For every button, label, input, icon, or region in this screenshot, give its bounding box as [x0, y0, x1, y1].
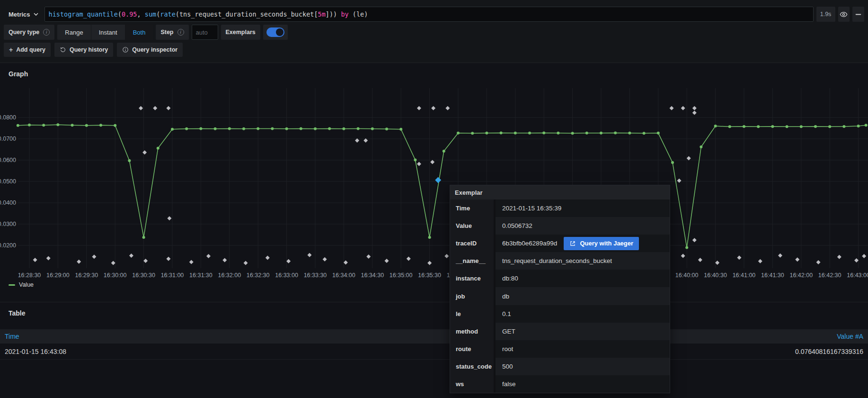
exemplar-marker[interactable] — [795, 257, 799, 262]
series-point[interactable] — [300, 127, 302, 130]
series-point[interactable] — [71, 124, 74, 127]
exemplar-marker[interactable] — [715, 261, 719, 265]
exemplar-marker[interactable] — [244, 261, 248, 265]
series-point[interactable] — [199, 127, 202, 130]
exemplar-marker[interactable] — [206, 254, 211, 258]
add-query-button[interactable]: + Add query — [4, 43, 51, 57]
exemplar-marker[interactable] — [266, 256, 270, 260]
exemplar-marker[interactable] — [427, 261, 432, 265]
series-point[interactable] — [42, 124, 45, 127]
exemplar-marker[interactable] — [46, 256, 51, 261]
series-point[interactable] — [342, 127, 345, 130]
info-icon[interactable]: i — [177, 29, 184, 36]
datasource-picker-button[interactable]: Metrics — [4, 7, 44, 22]
series-point[interactable] — [514, 132, 517, 135]
series-point[interactable] — [28, 124, 31, 127]
step-input[interactable] — [192, 25, 218, 40]
series-point[interactable] — [471, 132, 474, 135]
series-point[interactable] — [56, 123, 59, 126]
series-point[interactable] — [786, 125, 788, 128]
collapse-query-button[interactable] — [852, 7, 864, 22]
exemplar-marker[interactable] — [307, 253, 311, 257]
exemplar-marker[interactable] — [854, 258, 859, 262]
exemplar-marker[interactable] — [837, 255, 841, 259]
exemplar-marker[interactable] — [143, 259, 148, 263]
series-point[interactable] — [457, 132, 460, 135]
series-point[interactable] — [185, 127, 188, 130]
series-point[interactable] — [614, 131, 617, 134]
series-point[interactable] — [242, 127, 245, 130]
series-point[interactable] — [671, 161, 674, 164]
series-point[interactable] — [399, 128, 402, 131]
exemplar-marker[interactable] — [77, 260, 81, 264]
series-point[interactable] — [128, 159, 131, 162]
exemplar-marker[interactable] — [681, 106, 685, 110]
series-point[interactable] — [700, 145, 702, 148]
query-inspector-button[interactable]: Query inspector — [117, 43, 183, 57]
exemplar-marker[interactable] — [687, 156, 691, 160]
preview-query-button[interactable] — [838, 7, 850, 22]
series-point[interactable] — [228, 127, 231, 130]
series-point[interactable] — [628, 132, 631, 135]
series-point[interactable] — [800, 125, 803, 128]
exemplar-marker[interactable] — [111, 261, 115, 265]
series-point[interactable] — [728, 125, 731, 128]
exemplar-marker[interactable] — [430, 160, 434, 164]
exemplar-marker[interactable] — [286, 259, 291, 263]
exemplar-marker[interactable] — [677, 179, 682, 183]
series-point[interactable] — [485, 132, 488, 135]
exemplar-marker[interactable] — [153, 106, 157, 110]
series-point[interactable] — [85, 124, 88, 127]
series-point[interactable] — [842, 125, 845, 128]
exemplar-marker[interactable] — [444, 254, 449, 258]
exemplar-marker[interactable] — [669, 106, 673, 110]
series-point[interactable] — [142, 236, 145, 239]
query-type-option-both[interactable]: Both — [125, 25, 153, 40]
exemplar-marker[interactable] — [166, 257, 170, 261]
exemplar-marker[interactable] — [166, 106, 170, 110]
exemplar-marker[interactable] — [758, 259, 762, 263]
exemplar-marker[interactable] — [445, 106, 450, 110]
series-point[interactable] — [557, 132, 559, 135]
query-history-button[interactable]: Query history — [54, 43, 113, 57]
exemplar-marker[interactable] — [737, 255, 741, 260]
series-point[interactable] — [571, 132, 574, 135]
query-type-option-range[interactable]: Range — [57, 25, 91, 40]
exemplar-marker[interactable] — [167, 216, 171, 220]
series-point[interactable] — [585, 132, 588, 135]
exemplar-marker[interactable] — [417, 162, 421, 166]
series-point[interactable] — [743, 125, 745, 128]
series-point[interactable] — [99, 124, 102, 127]
exemplar-marker[interactable] — [33, 258, 37, 262]
exemplar-marker[interactable] — [344, 261, 348, 265]
promql-query-input[interactable]: histogram_quantile(0.95, sum(rate(tns_re… — [44, 7, 814, 22]
series-point[interactable] — [657, 132, 660, 135]
exemplar-marker[interactable] — [698, 258, 702, 262]
series-point[interactable] — [157, 147, 159, 150]
series-point[interactable] — [600, 132, 602, 135]
series-point[interactable] — [271, 127, 274, 130]
series-point[interactable] — [314, 127, 317, 130]
exemplar-marker[interactable] — [816, 260, 821, 264]
table-column-header-value[interactable]: Value #A — [837, 333, 863, 340]
exemplar-marker[interactable] — [692, 238, 697, 242]
series-point[interactable] — [714, 125, 717, 127]
info-icon[interactable]: i — [43, 29, 50, 36]
series-point[interactable] — [257, 127, 259, 130]
table-column-header-time[interactable]: Time — [5, 333, 19, 340]
exemplar-marker-selected[interactable] — [435, 177, 441, 183]
query-with-jaeger-button[interactable]: Query with Jaeger — [564, 237, 639, 250]
series-point[interactable] — [357, 127, 360, 130]
exemplar-marker[interactable] — [778, 253, 782, 258]
exemplar-marker[interactable] — [129, 253, 133, 258]
series-point[interactable] — [771, 125, 774, 128]
series-point[interactable] — [643, 132, 646, 135]
series-point[interactable] — [214, 127, 217, 130]
series-point[interactable] — [17, 124, 19, 127]
series-point[interactable] — [171, 128, 174, 131]
series-point[interactable] — [428, 236, 431, 239]
series-point[interactable] — [757, 125, 760, 128]
series-point[interactable] — [857, 125, 860, 127]
exemplar-marker[interactable] — [92, 254, 96, 259]
exemplar-marker[interactable] — [692, 106, 697, 110]
